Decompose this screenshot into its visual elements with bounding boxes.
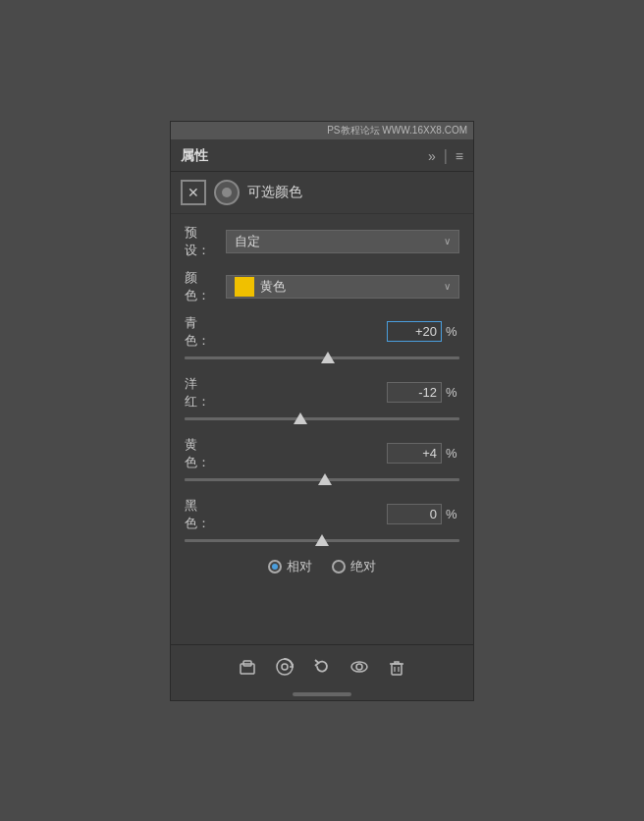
visibility-button[interactable]	[346, 653, 373, 681]
clip-button[interactable]	[234, 653, 261, 681]
yellow-slider-section: 黄色： %	[185, 436, 459, 483]
sliders-container: 青色： % 洋红： %	[185, 314, 459, 544]
black-thumb-container	[185, 536, 459, 552]
black-percent: %	[446, 507, 459, 521]
preset-arrow: ∨	[444, 236, 451, 246]
black-slider-header: 黑色： %	[185, 497, 459, 532]
spacer	[171, 595, 473, 625]
more-icon[interactable]: »	[428, 148, 436, 164]
cyan-track-container	[185, 354, 459, 361]
radio-absolute[interactable]: 绝对	[332, 558, 376, 575]
eye-cycle-icon	[274, 656, 295, 678]
color-row: 颜色： 黄色 ∨	[185, 269, 459, 304]
svg-point-3	[282, 664, 288, 670]
color-value: 黄色	[260, 278, 286, 296]
svg-rect-6	[392, 664, 402, 675]
yellow-percent: %	[446, 446, 459, 461]
watermark-bar: PS教程论坛 WWW.16XX8.COM	[171, 122, 473, 139]
radio-relative-outer	[268, 560, 282, 574]
yellow-track-container	[185, 475, 459, 483]
preset-select[interactable]: 自定 ∨	[226, 230, 459, 253]
watermark-text: PS教程论坛 WWW.16XX8.COM	[327, 125, 467, 136]
circle-icon-button[interactable]	[214, 180, 240, 205]
cyan-input[interactable]	[387, 321, 442, 342]
yellow-thumb[interactable]	[318, 473, 332, 485]
cyan-slider-header: 青色： %	[185, 314, 459, 350]
panel-label: 可选颜色	[247, 184, 302, 201]
circle-icon	[222, 188, 232, 197]
radio-absolute-outer	[332, 560, 346, 574]
black-slider-section: 黑色： %	[185, 497, 459, 544]
radio-relative-inner	[272, 564, 278, 570]
panel-title: 属性	[181, 147, 208, 165]
preset-value: 自定	[235, 233, 260, 250]
bottom-dots	[171, 688, 473, 700]
black-track-container	[185, 536, 459, 544]
color-label: 颜色：	[185, 269, 220, 304]
color-arrow: ∨	[444, 281, 451, 292]
magenta-thumb[interactable]	[294, 412, 307, 424]
radio-absolute-label: 绝对	[350, 558, 376, 575]
cyan-thumb[interactable]	[321, 352, 335, 363]
cyan-thumb-container	[185, 354, 459, 369]
x-icon-button[interactable]: ✕	[181, 180, 206, 205]
icon-row: ✕ 可选颜色	[171, 172, 473, 214]
radio-row: 相对 绝对	[185, 558, 459, 575]
delete-icon	[386, 656, 407, 678]
panel-header: 属性 » | ≡	[171, 139, 473, 172]
menu-icon[interactable]: ≡	[456, 148, 463, 164]
radio-relative-label: 相对	[287, 558, 312, 575]
black-thumb[interactable]	[315, 534, 329, 546]
cyan-slider-section: 青色： %	[185, 314, 459, 361]
bottom-toolbar	[171, 644, 473, 688]
color-select[interactable]: 黄色 ∨	[226, 275, 459, 299]
x-icon: ✕	[188, 186, 199, 199]
preset-row: 预设： 自定 ∨	[185, 224, 459, 259]
black-label: 黑色：	[185, 497, 220, 532]
magenta-label: 洋红：	[185, 375, 220, 410]
properties-panel: PS教程论坛 WWW.16XX8.COM 属性 » | ≡ ✕ 可选颜色 预设：…	[170, 121, 474, 701]
magenta-slider-section: 洋红： %	[185, 375, 459, 422]
reset-button[interactable]	[308, 653, 336, 681]
cyan-percent: %	[446, 324, 459, 339]
header-icons: » | ≡	[428, 147, 463, 165]
svg-point-5	[356, 664, 362, 670]
delete-button[interactable]	[383, 653, 410, 681]
magenta-thumb-container	[185, 414, 459, 430]
yellow-slider-header: 黄色： %	[185, 436, 459, 471]
magenta-track-container	[185, 414, 459, 422]
cyan-label: 青色：	[185, 314, 220, 350]
preset-label: 预设：	[185, 224, 220, 259]
eye-icon	[349, 656, 370, 678]
yellow-input[interactable]	[387, 443, 442, 464]
header-divider: |	[444, 147, 448, 165]
yellow-label: 黄色：	[185, 436, 220, 471]
dots-bar	[293, 692, 351, 696]
eye-cycle-button[interactable]	[271, 653, 298, 681]
clip-icon	[237, 656, 258, 678]
magenta-percent: %	[446, 385, 459, 400]
radio-relative[interactable]: 相对	[268, 558, 312, 575]
magenta-slider-header: 洋红： %	[185, 375, 459, 410]
yellow-thumb-container	[185, 475, 459, 491]
black-input[interactable]	[387, 504, 442, 524]
content-area: 预设： 自定 ∨ 颜色： 黄色 ∨ 青色：	[171, 214, 473, 595]
reset-icon	[311, 656, 333, 678]
color-swatch	[235, 277, 254, 297]
magenta-input[interactable]	[387, 382, 442, 403]
